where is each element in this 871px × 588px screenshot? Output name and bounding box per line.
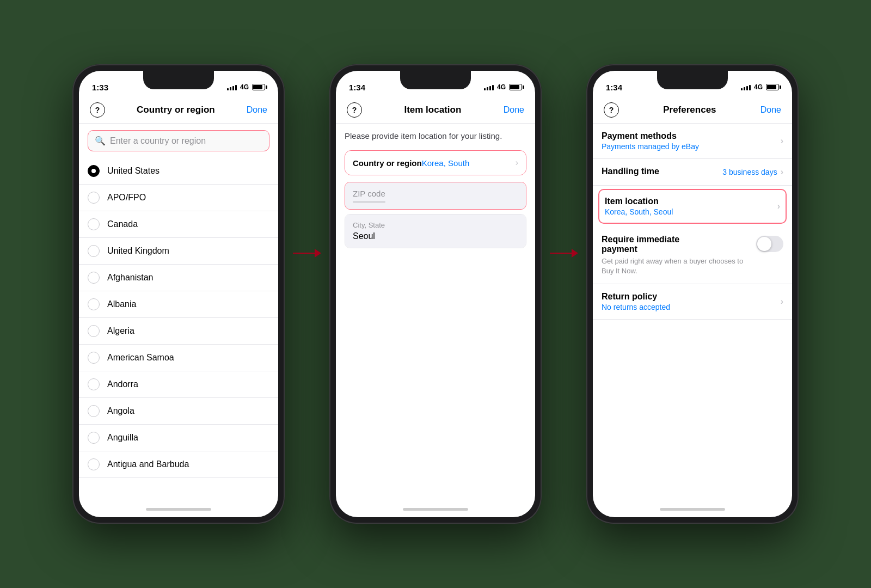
pref-location-text: Item location Korea, South, Seoul xyxy=(605,197,777,216)
phone2-city-field[interactable]: City, State Seoul xyxy=(345,215,526,248)
phone1-wrapper: 1:33 4G xyxy=(72,64,285,524)
arrow1-head xyxy=(315,249,321,258)
arrow1-shape xyxy=(293,249,321,258)
phone1-help-button[interactable]: ? xyxy=(90,102,105,118)
phone3-time: 1:34 xyxy=(606,83,622,92)
pref-payment-req-toggle-wrapper xyxy=(756,236,783,252)
country-name-apofpo: APO/FPO xyxy=(107,193,146,203)
country-name-antigua: Antigua and Barbuda xyxy=(107,460,189,469)
phone3-home-indicator xyxy=(593,501,792,517)
phone3-wrapper: 1:34 4G xyxy=(586,64,799,524)
phone2-screen: 1:34 4G xyxy=(336,71,535,517)
pref-return-right: › xyxy=(781,297,783,307)
radio-afghanistan xyxy=(88,272,100,284)
pref-item-return[interactable]: Return policy No returns accepted › xyxy=(593,284,792,320)
radio-us-inner xyxy=(91,169,96,173)
radio-angola xyxy=(88,405,100,417)
phone1-search-box[interactable]: 🔍 Enter a country or region xyxy=(88,130,269,151)
phone2-zip-underline xyxy=(353,201,385,203)
country-item-antigua[interactable]: Antigua and Barbuda xyxy=(79,451,278,478)
phone2-status-icons: 4G xyxy=(484,83,522,91)
phone2-home-indicator xyxy=(336,501,535,517)
phone1-notch xyxy=(143,71,214,89)
phone3: 1:34 4G xyxy=(586,64,799,524)
phone1-country-list: United States APO/FPO Canada United King… xyxy=(79,158,278,501)
pref-location-subtitle: Korea, South, Seoul xyxy=(605,207,777,216)
pref-item-payment-req[interactable]: Require immediatepayment Get paid right … xyxy=(593,227,792,284)
phone2-zip-field[interactable]: ZIP code xyxy=(345,182,526,209)
phone1-done-button[interactable]: Done xyxy=(247,105,267,115)
phone2-network: 4G xyxy=(497,83,506,91)
pref-payment-req-title: Require immediatepayment xyxy=(602,235,750,254)
country-item-canada[interactable]: Canada xyxy=(79,211,278,238)
country-item-algeria[interactable]: Algeria xyxy=(79,318,278,345)
phone1-home-bar xyxy=(146,508,211,511)
phone3-prefs-content: Payment methods Payments managed by eBay… xyxy=(593,124,792,501)
radio-albania xyxy=(88,298,100,310)
arrow1 xyxy=(285,249,329,258)
pref-handling-title: Handling time xyxy=(602,167,722,176)
phone2-zip-section: ZIP code xyxy=(345,182,526,210)
phone2: 1:34 4G xyxy=(329,64,542,524)
phone2-nav-title: Item location xyxy=(404,105,461,115)
phone1-network: 4G xyxy=(240,83,249,91)
phone2-wrapper: 1:34 4G xyxy=(329,64,542,524)
phone3-done-button[interactable]: Done xyxy=(760,105,781,115)
country-name-afghanistan: Afghanistan xyxy=(107,273,154,283)
radio-anguilla xyxy=(88,432,100,444)
country-name-uk: United Kingdom xyxy=(107,246,169,256)
phone2-country-value: Korea, South xyxy=(422,158,470,168)
pref-handling-right: 3 business days › xyxy=(722,167,783,177)
country-item-anguilla[interactable]: Anguilla xyxy=(79,425,278,451)
phone2-city-label: City, State xyxy=(353,221,518,229)
country-item-afghanistan[interactable]: Afghanistan xyxy=(79,265,278,291)
phone2-country-section[interactable]: Country or region Korea, South › xyxy=(345,150,526,175)
pref-return-title: Return policy xyxy=(602,292,781,302)
search-icon: 🔍 xyxy=(95,136,106,146)
country-name-albania: Albania xyxy=(107,299,136,309)
pref-return-text: Return policy No returns accepted xyxy=(602,292,781,311)
phone2-time: 1:34 xyxy=(349,83,365,92)
pref-item-payment[interactable]: Payment methods Payments managed by eBay… xyxy=(593,124,792,159)
phone3-notch xyxy=(657,71,728,89)
country-item-angola[interactable]: Angola xyxy=(79,398,278,425)
phone1-battery xyxy=(252,84,265,90)
phone3-help-button[interactable]: ? xyxy=(604,102,619,118)
country-name-anguilla: Anguilla xyxy=(107,433,138,443)
country-item-andorra[interactable]: Andorra xyxy=(79,371,278,398)
phone1-search-placeholder: Enter a country or region xyxy=(110,136,206,146)
phone2-done-button[interactable]: Done xyxy=(504,105,524,115)
phone2-zip-cursor-row xyxy=(353,201,518,203)
pref-handling-text: Handling time xyxy=(602,167,722,177)
arrow2-shape xyxy=(550,249,578,258)
phone3-nav: ? Preferences Done xyxy=(593,98,792,124)
pref-handling-chevron: › xyxy=(781,167,783,177)
phone2-description: Please provide item location for your li… xyxy=(345,131,526,140)
phone2-content: Please provide item location for your li… xyxy=(336,124,535,501)
country-item-american-samoa[interactable]: American Samoa xyxy=(79,345,278,371)
pref-return-subtitle: No returns accepted xyxy=(602,303,781,311)
country-name-algeria: Algeria xyxy=(107,326,134,336)
arrow1-line xyxy=(293,253,315,254)
arrow2-line xyxy=(550,253,572,254)
phone2-help-button[interactable]: ? xyxy=(347,102,362,118)
country-item-uk[interactable]: United Kingdom xyxy=(79,238,278,265)
country-item-us[interactable]: United States xyxy=(79,158,278,185)
phone2-country-row[interactable]: Country or region Korea, South › xyxy=(345,151,526,175)
phone3-signal xyxy=(741,84,751,90)
phone2-signal xyxy=(484,84,494,90)
country-item-apofpo[interactable]: APO/FPO xyxy=(79,185,278,211)
pref-payment-chevron: › xyxy=(781,136,783,146)
phone2-battery xyxy=(509,84,522,90)
phone1-nav: ? Country or region Done xyxy=(79,98,278,124)
phone2-battery-fill xyxy=(510,85,519,89)
pref-item-location[interactable]: Item location Korea, South, Seoul › xyxy=(598,189,787,224)
pref-location-title: Item location xyxy=(605,197,777,206)
phone1: 1:33 4G xyxy=(72,64,285,524)
phone2-city-value: Seoul xyxy=(353,231,518,241)
pref-payment-req-toggle[interactable] xyxy=(756,236,783,252)
pref-payment-right: › xyxy=(781,136,783,146)
country-item-albania[interactable]: Albania xyxy=(79,291,278,318)
radio-canada xyxy=(88,218,100,230)
pref-item-handling[interactable]: Handling time 3 business days › xyxy=(593,159,792,186)
